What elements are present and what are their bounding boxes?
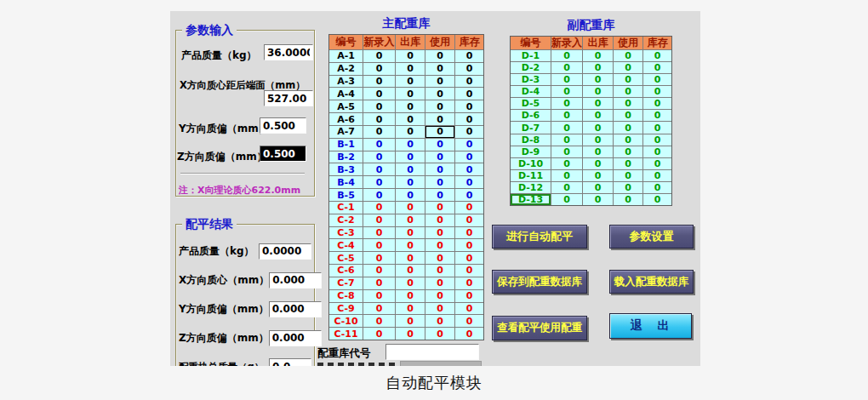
grid-cell[interactable]: 0 xyxy=(363,315,396,327)
grid-cell[interactable]: 0 xyxy=(455,303,483,315)
grid-cell[interactable]: 0 xyxy=(551,86,583,97)
grid-cell[interactable]: 0 xyxy=(363,76,396,88)
grid-cell[interactable]: 0 xyxy=(614,74,643,85)
grid-cell[interactable]: 0 xyxy=(363,50,396,62)
grid-cell[interactable]: 0 xyxy=(425,214,455,226)
grid-cell[interactable]: 0 xyxy=(583,74,614,85)
grid-cell[interactable]: 0 xyxy=(643,170,671,181)
grid-cell[interactable]: 0 xyxy=(455,100,483,112)
grid-cell[interactable]: 0 xyxy=(425,113,455,125)
grid-cell[interactable]: 0 xyxy=(643,122,671,133)
grid-cell[interactable]: D-13 xyxy=(511,194,551,205)
grid-cell[interactable]: 0 xyxy=(396,290,425,302)
grid-cell[interactable]: 0 xyxy=(363,290,396,302)
grid-cell[interactable]: 0 xyxy=(583,86,614,97)
grid-cell[interactable]: 0 xyxy=(583,50,614,61)
grid-cell[interactable]: 0 xyxy=(396,113,425,125)
grid-cell[interactable]: 0 xyxy=(643,98,671,109)
grid-cell[interactable]: 0 xyxy=(551,158,583,169)
grid-cell[interactable]: 0 xyxy=(583,194,614,205)
grid-cell[interactable]: 0 xyxy=(643,62,671,73)
grid-cell[interactable]: 0 xyxy=(396,252,425,264)
perform-auto-balance-button[interactable]: 进行自动配平 xyxy=(492,225,587,249)
grid-cell[interactable]: 0 xyxy=(455,126,483,138)
grid-cell[interactable]: 0 xyxy=(614,134,643,146)
grid-cell[interactable]: 0 xyxy=(396,227,425,239)
grid-cell[interactable]: 0 xyxy=(583,170,614,181)
grid-cell[interactable]: 0 xyxy=(551,98,583,109)
grid-cell[interactable]: 0 xyxy=(614,122,643,133)
exit-button[interactable]: 退 出 xyxy=(609,313,692,339)
grid-cell[interactable]: 0 xyxy=(455,202,483,214)
grid-cell[interactable]: C-4 xyxy=(329,239,363,251)
grid-cell[interactable]: 0 xyxy=(363,176,396,188)
grid-cell[interactable]: 0 xyxy=(455,265,483,277)
grid-cell[interactable]: 0 xyxy=(396,202,425,214)
grid-cell[interactable]: 0 xyxy=(396,163,425,175)
grid-cell[interactable]: 0 xyxy=(425,328,455,340)
grid-cell[interactable]: 0 xyxy=(425,151,455,163)
grid-cell[interactable]: A-7 xyxy=(329,126,363,138)
grid-cell[interactable]: 0 xyxy=(396,189,425,201)
grid-cell[interactable]: 0 xyxy=(363,265,396,277)
grid-cell[interactable]: 0 xyxy=(396,50,425,62)
grid-cell[interactable]: 0 xyxy=(363,252,396,264)
grid-cell[interactable]: B-4 xyxy=(329,176,363,188)
grid-cell[interactable]: 0 xyxy=(583,98,614,109)
grid-cell[interactable]: 0 xyxy=(614,62,643,73)
product-mass-input[interactable] xyxy=(264,44,313,60)
view-used-weights-button[interactable]: 查看配平使用配重 xyxy=(492,316,587,340)
result-value-input[interactable] xyxy=(269,358,311,367)
grid-cell[interactable]: 0 xyxy=(583,146,614,157)
grid-cell[interactable]: 0 xyxy=(396,277,425,289)
grid-cell[interactable]: D-9 xyxy=(511,146,551,157)
grid-cell[interactable]: 0 xyxy=(425,88,455,100)
grid-cell[interactable]: 0 xyxy=(425,76,455,88)
grid-cell[interactable]: C-7 xyxy=(329,277,363,289)
grid-cell[interactable]: 0 xyxy=(551,62,583,73)
grid-cell[interactable]: 0 xyxy=(455,139,483,151)
grid-cell[interactable]: 0 xyxy=(363,139,396,151)
grid-cell[interactable]: 0 xyxy=(396,265,425,277)
grid-cell[interactable]: 0 xyxy=(614,182,643,193)
grid-cell[interactable]: 0 xyxy=(363,88,396,100)
grid-cell[interactable]: 0 xyxy=(396,315,425,327)
grid-cell[interactable]: D-6 xyxy=(511,110,551,121)
result-value-input[interactable] xyxy=(259,243,311,260)
grid-cell[interactable]: B-2 xyxy=(329,151,363,163)
grid-cell[interactable]: 0 xyxy=(396,214,425,226)
result-value-input[interactable] xyxy=(269,272,322,289)
grid-cell[interactable]: 0 xyxy=(643,74,671,85)
grid-cell[interactable]: 0 xyxy=(551,74,583,85)
grid-cell[interactable]: D-1 xyxy=(511,50,551,61)
grid-cell[interactable]: 0 xyxy=(396,63,425,75)
grid-cell[interactable]: 0 xyxy=(425,139,455,151)
grid-cell[interactable]: 0 xyxy=(396,328,425,340)
grid-cell[interactable]: A-2 xyxy=(329,63,363,75)
grid-cell[interactable]: 0 xyxy=(455,290,483,302)
grid-cell[interactable]: 0 xyxy=(425,303,455,315)
grid-cell[interactable]: 0 xyxy=(551,182,583,193)
grid-cell[interactable]: 0 xyxy=(425,163,455,175)
grid-cell[interactable]: 0 xyxy=(396,139,425,151)
grid-cell[interactable]: C-8 xyxy=(329,290,363,302)
grid-cell[interactable]: 0 xyxy=(363,126,396,138)
grid-cell[interactable]: 0 xyxy=(614,194,643,205)
grid-cell[interactable]: A-1 xyxy=(329,50,363,62)
grid-cell[interactable]: 0 xyxy=(455,189,483,201)
grid-cell[interactable]: 0 xyxy=(643,110,671,121)
grid-cell[interactable]: B-1 xyxy=(329,139,363,151)
grid-cell[interactable]: 0 xyxy=(425,290,455,302)
grid-cell[interactable]: D-5 xyxy=(511,98,551,109)
grid-cell[interactable]: C-2 xyxy=(329,214,363,226)
grid-cell[interactable]: 0 xyxy=(425,63,455,75)
grid-cell[interactable]: D-11 xyxy=(511,170,551,181)
grid-cell[interactable]: 0 xyxy=(614,158,643,169)
grid-cell[interactable]: C-10 xyxy=(329,315,363,327)
grid-cell[interactable]: D-10 xyxy=(511,158,551,169)
grid-cell[interactable]: 0 xyxy=(583,62,614,73)
grid-cell[interactable]: 0 xyxy=(643,134,671,146)
grid-cell[interactable]: 0 xyxy=(425,176,455,188)
grid-cell[interactable]: 0 xyxy=(425,265,455,277)
grid-cell[interactable]: 0 xyxy=(643,50,671,61)
